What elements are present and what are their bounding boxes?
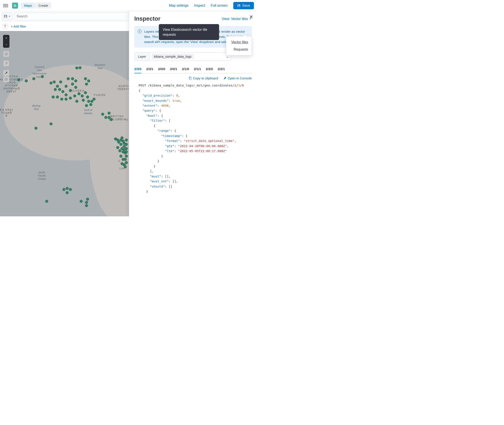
view-selector-label: View: Vector tiles [222,17,248,21]
save-button-label: Save [242,4,250,7]
save-button[interactable]: Save [233,2,254,9]
breadcrumb-root[interactable]: Maps [21,2,36,9]
filter-icon [4,25,7,28]
layer-chip: kibana_sample_data_logs [152,54,194,59]
saved-query-button[interactable] [2,12,13,20]
tile-tabs: 2/3/02/3/12/0/02/0/12/1/02/1/12/2/02/2/1 [134,65,252,73]
request-body[interactable]: POST /kibana_sample_data_logs/_mvt/geo.c… [134,82,252,199]
info-icon: i [138,29,141,33]
tile-tab[interactable]: 2/1/1 [194,65,201,73]
view-selector-button[interactable]: View: Vector tiles [222,17,252,21]
breadcrumb: Maps Create [21,2,51,9]
save-icon [237,4,241,7]
view-option-requests[interactable]: Requests [226,46,252,53]
filter-options-button[interactable] [2,23,8,29]
app-header: D Maps Create Map settings Inspect Full … [0,0,257,11]
svg-rect-4 [190,77,191,80]
layer-select[interactable]: kibana_sample_data_logs ⌄ [150,53,231,60]
layer-selector[interactable]: Layer kibana_sample_data_logs ⌄ [134,52,231,61]
tooltip: View Elasticsearch vector tile requests [159,24,219,40]
breadcrumb-current: Create [34,2,51,9]
full-screen-link[interactable]: Full screen [211,4,228,7]
close-flyout-button[interactable]: ✕ [249,14,253,20]
copy-label: Copy to clipboard [193,76,218,80]
tile-tab[interactable]: 2/0/1 [170,65,177,73]
inspect-link[interactable]: Inspect [194,4,205,7]
tile-tab[interactable]: 2/2/1 [218,65,225,73]
view-selector-popover: Vector tiles Requests [226,36,252,55]
tile-tab[interactable]: 2/1/0 [182,65,189,73]
open-console-button[interactable]: Open in Console [223,76,252,80]
nav-toggle-icon[interactable] [3,3,8,8]
wrench-icon [223,77,226,80]
layer-label: Layer [134,53,150,60]
view-option-vector-tiles[interactable]: Vector tiles [226,39,252,46]
space-avatar[interactable]: D [12,3,18,9]
map-settings-link[interactable]: Map settings [169,4,188,7]
tile-tab[interactable]: 2/0/0 [158,65,165,73]
inspector-flyout: ✕ Inspector View: Vector tiles i Layers … [129,11,257,216]
copy-clipboard-button[interactable]: Copy to clipboard [188,76,218,80]
chevron-down-icon [8,15,11,17]
disk-icon [4,14,7,18]
tile-tab[interactable]: 2/3/1 [146,65,153,73]
add-filter-button[interactable]: + Add filter [11,25,26,28]
tile-tab[interactable]: 2/2/0 [206,65,213,73]
tile-tab[interactable]: 2/3/0 [134,65,141,73]
console-label: Open in Console [228,76,252,80]
flyout-header: Inspector View: Vector tiles [129,11,257,24]
request-actions: Copy to clipboard Open in Console [134,76,252,80]
flyout-title: Inspector [134,15,161,22]
copy-icon [188,77,192,80]
